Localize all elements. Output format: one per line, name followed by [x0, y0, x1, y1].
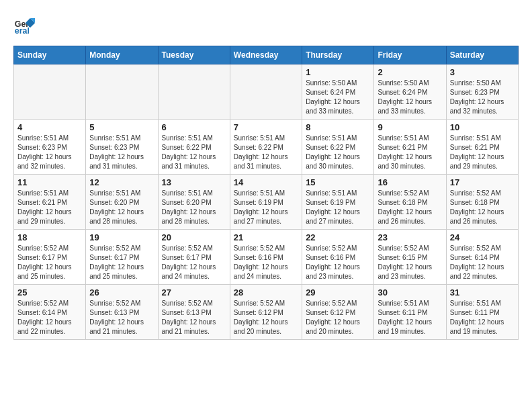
day-number: 22 — [306, 232, 370, 242]
day-info: Sunrise: 5:51 AM Sunset: 6:23 PM Dayligh… — [89, 134, 154, 171]
calendar-cell: 23Sunrise: 5:52 AM Sunset: 6:15 PM Dayli… — [374, 230, 446, 285]
day-number: 10 — [450, 122, 515, 132]
calendar-cell: 26Sunrise: 5:52 AM Sunset: 6:13 PM Dayli… — [86, 285, 158, 340]
calendar-cell — [230, 64, 302, 120]
day-number: 9 — [378, 122, 442, 132]
day-number: 29 — [306, 287, 370, 298]
calendar-cell: 3Sunrise: 5:50 AM Sunset: 6:23 PM Daylig… — [446, 64, 518, 120]
day-number: 19 — [89, 232, 154, 242]
day-number: 14 — [234, 177, 298, 187]
calendar-cell: 18Sunrise: 5:52 AM Sunset: 6:17 PM Dayli… — [14, 230, 86, 285]
day-info: Sunrise: 5:50 AM Sunset: 6:24 PM Dayligh… — [378, 79, 442, 116]
day-number: 17 — [450, 177, 515, 187]
day-number: 2 — [378, 67, 442, 77]
logo-icon: Gen eral — [13, 13, 35, 35]
calendar-cell: 2Sunrise: 5:50 AM Sunset: 6:24 PM Daylig… — [374, 64, 446, 120]
day-info: Sunrise: 5:52 AM Sunset: 6:18 PM Dayligh… — [378, 189, 442, 226]
day-info: Sunrise: 5:52 AM Sunset: 6:18 PM Dayligh… — [450, 189, 515, 226]
weekday-header-wednesday: Wednesday — [230, 46, 302, 64]
calendar-cell: 21Sunrise: 5:52 AM Sunset: 6:16 PM Dayli… — [230, 230, 302, 285]
calendar-week-row: 4Sunrise: 5:51 AM Sunset: 6:23 PM Daylig… — [14, 120, 519, 175]
svg-text:eral: eral — [15, 26, 30, 35]
day-info: Sunrise: 5:51 AM Sunset: 6:11 PM Dayligh… — [450, 299, 515, 336]
day-number: 15 — [306, 177, 370, 187]
day-info: Sunrise: 5:51 AM Sunset: 6:21 PM Dayligh… — [378, 134, 442, 171]
day-number: 3 — [450, 67, 515, 77]
day-info: Sunrise: 5:52 AM Sunset: 6:17 PM Dayligh… — [89, 244, 154, 281]
day-number: 6 — [162, 122, 226, 132]
day-info: Sunrise: 5:52 AM Sunset: 6:13 PM Dayligh… — [162, 299, 226, 336]
weekday-header-sunday: Sunday — [14, 46, 86, 64]
day-info: Sunrise: 5:51 AM Sunset: 6:20 PM Dayligh… — [89, 189, 154, 226]
calendar-cell: 10Sunrise: 5:51 AM Sunset: 6:21 PM Dayli… — [446, 120, 518, 175]
day-info: Sunrise: 5:51 AM Sunset: 6:19 PM Dayligh… — [306, 189, 370, 226]
day-number: 7 — [234, 122, 298, 132]
weekday-header-tuesday: Tuesday — [158, 46, 230, 64]
calendar-cell — [14, 64, 86, 120]
day-number: 26 — [89, 287, 154, 298]
calendar-week-row: 18Sunrise: 5:52 AM Sunset: 6:17 PM Dayli… — [14, 230, 519, 285]
day-info: Sunrise: 5:51 AM Sunset: 6:21 PM Dayligh… — [450, 134, 515, 171]
calendar-week-row: 25Sunrise: 5:52 AM Sunset: 6:14 PM Dayli… — [14, 285, 519, 340]
day-number: 21 — [234, 232, 298, 242]
day-info: Sunrise: 5:50 AM Sunset: 6:23 PM Dayligh… — [450, 79, 515, 116]
calendar-cell: 9Sunrise: 5:51 AM Sunset: 6:21 PM Daylig… — [374, 120, 446, 175]
day-info: Sunrise: 5:52 AM Sunset: 6:16 PM Dayligh… — [306, 244, 370, 281]
day-info: Sunrise: 5:52 AM Sunset: 6:16 PM Dayligh… — [234, 244, 298, 281]
day-info: Sunrise: 5:51 AM Sunset: 6:19 PM Dayligh… — [234, 189, 298, 226]
weekday-header-row: SundayMondayTuesdayWednesdayThursdayFrid… — [14, 46, 519, 64]
weekday-header-thursday: Thursday — [302, 46, 374, 64]
day-number: 5 — [89, 122, 154, 132]
calendar-cell: 31Sunrise: 5:51 AM Sunset: 6:11 PM Dayli… — [446, 285, 518, 340]
calendar-cell: 12Sunrise: 5:51 AM Sunset: 6:20 PM Dayli… — [86, 175, 158, 230]
day-info: Sunrise: 5:51 AM Sunset: 6:22 PM Dayligh… — [162, 134, 226, 171]
day-info: Sunrise: 5:52 AM Sunset: 6:17 PM Dayligh… — [17, 244, 82, 281]
calendar-cell: 4Sunrise: 5:51 AM Sunset: 6:23 PM Daylig… — [14, 120, 86, 175]
day-number: 13 — [162, 177, 226, 187]
calendar-table: SundayMondayTuesdayWednesdayThursdayFrid… — [13, 46, 519, 340]
calendar-cell: 6Sunrise: 5:51 AM Sunset: 6:22 PM Daylig… — [158, 120, 230, 175]
logo: Gen eral — [13, 13, 38, 35]
calendar-week-row: 11Sunrise: 5:51 AM Sunset: 6:21 PM Dayli… — [14, 175, 519, 230]
day-info: Sunrise: 5:52 AM Sunset: 6:14 PM Dayligh… — [17, 299, 82, 336]
weekday-header-saturday: Saturday — [446, 46, 518, 64]
day-number: 20 — [162, 232, 226, 242]
calendar-cell: 1Sunrise: 5:50 AM Sunset: 6:24 PM Daylig… — [302, 64, 374, 120]
calendar-cell: 16Sunrise: 5:52 AM Sunset: 6:18 PM Dayli… — [374, 175, 446, 230]
calendar-cell: 22Sunrise: 5:52 AM Sunset: 6:16 PM Dayli… — [302, 230, 374, 285]
day-number: 23 — [378, 232, 442, 242]
calendar-cell: 11Sunrise: 5:51 AM Sunset: 6:21 PM Dayli… — [14, 175, 86, 230]
calendar-cell: 30Sunrise: 5:51 AM Sunset: 6:11 PM Dayli… — [374, 285, 446, 340]
day-number: 16 — [378, 177, 442, 187]
day-number: 1 — [306, 67, 370, 77]
calendar-cell: 27Sunrise: 5:52 AM Sunset: 6:13 PM Dayli… — [158, 285, 230, 340]
day-number: 11 — [17, 177, 82, 187]
day-info: Sunrise: 5:52 AM Sunset: 6:12 PM Dayligh… — [306, 299, 370, 336]
day-info: Sunrise: 5:51 AM Sunset: 6:23 PM Dayligh… — [17, 134, 82, 171]
day-info: Sunrise: 5:51 AM Sunset: 6:22 PM Dayligh… — [234, 134, 298, 171]
calendar-cell — [86, 64, 158, 120]
calendar-cell: 13Sunrise: 5:51 AM Sunset: 6:20 PM Dayli… — [158, 175, 230, 230]
day-number: 31 — [450, 287, 515, 298]
calendar-cell: 14Sunrise: 5:51 AM Sunset: 6:19 PM Dayli… — [230, 175, 302, 230]
day-info: Sunrise: 5:52 AM Sunset: 6:14 PM Dayligh… — [450, 244, 515, 281]
calendar-week-row: 1Sunrise: 5:50 AM Sunset: 6:24 PM Daylig… — [14, 64, 519, 120]
day-info: Sunrise: 5:52 AM Sunset: 6:12 PM Dayligh… — [234, 299, 298, 336]
day-info: Sunrise: 5:52 AM Sunset: 6:15 PM Dayligh… — [378, 244, 442, 281]
calendar-cell: 17Sunrise: 5:52 AM Sunset: 6:18 PM Dayli… — [446, 175, 518, 230]
day-info: Sunrise: 5:52 AM Sunset: 6:13 PM Dayligh… — [89, 299, 154, 336]
day-number: 8 — [306, 122, 370, 132]
day-number: 4 — [17, 122, 82, 132]
day-info: Sunrise: 5:51 AM Sunset: 6:21 PM Dayligh… — [17, 189, 82, 226]
calendar-cell: 24Sunrise: 5:52 AM Sunset: 6:14 PM Dayli… — [446, 230, 518, 285]
day-info: Sunrise: 5:51 AM Sunset: 6:11 PM Dayligh… — [378, 299, 442, 336]
calendar-cell: 8Sunrise: 5:51 AM Sunset: 6:22 PM Daylig… — [302, 120, 374, 175]
calendar-cell: 19Sunrise: 5:52 AM Sunset: 6:17 PM Dayli… — [86, 230, 158, 285]
day-number: 24 — [450, 232, 515, 242]
page-header: Gen eral — [13, 13, 519, 35]
calendar-cell: 20Sunrise: 5:52 AM Sunset: 6:17 PM Dayli… — [158, 230, 230, 285]
day-number: 12 — [89, 177, 154, 187]
day-number: 27 — [162, 287, 226, 298]
calendar-cell: 28Sunrise: 5:52 AM Sunset: 6:12 PM Dayli… — [230, 285, 302, 340]
day-number: 25 — [17, 287, 82, 298]
